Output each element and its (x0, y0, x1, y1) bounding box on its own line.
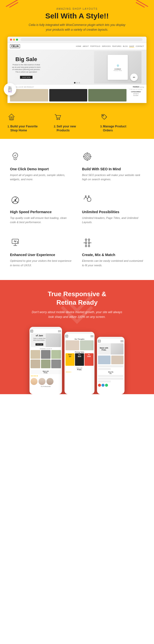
feature-1-label: Build your Favorite Shop Home (10, 125, 38, 132)
phone-content-2: C Our Thoughts Pricing Table (64, 334, 95, 374)
house-icon (8, 113, 54, 123)
phone-status-bar-2 (64, 332, 95, 334)
phone-thumb-3a (98, 356, 111, 364)
browser-nav: CELIA HOME ABOUT PORTFOLIO SERVICES FEAT… (8, 43, 146, 50)
phone-thumb-1e (41, 360, 51, 368)
phone-logo-2: C (65, 335, 68, 337)
phone-mockup-1: C of Jam Celia is a design shop where br… (30, 327, 62, 394)
svg-point-5 (13, 153, 18, 158)
feature-1-num: 1. (8, 125, 10, 128)
browser-products-section: SHOWING 1-16 OF 345 PRODUCT Default Sort… (8, 85, 146, 103)
feature-card-3-desc: Top quality code will ensure fast loadin… (10, 216, 72, 225)
cat-jackets[interactable]: JACKETS (128, 93, 144, 94)
phone-status-bar-3 (97, 337, 124, 339)
feature-2-label: Sell your new Products (57, 125, 76, 132)
feature-card-6-desc: Elements can be easily combined and cust… (82, 259, 144, 268)
type-hint: TYPE AND HIT ENTER (128, 89, 144, 90)
phone-stars-2: ★★★★☆ (65, 371, 94, 373)
product-card-3[interactable] (88, 89, 126, 102)
phone-our-prof: Our Professionals (31, 386, 61, 387)
cat-blazer[interactable]: BLAZER (128, 95, 144, 96)
phone-hamburger-2[interactable] (91, 335, 94, 337)
phone-nav-1: C (31, 330, 61, 332)
feature-card-2-title: Build With SEO In Mind (82, 167, 144, 171)
feature-card-4-title: Unlimited Possibilities (82, 210, 144, 214)
phone-price-2: Pro $29 (75, 353, 84, 366)
phone-hero-img-3 (111, 343, 123, 354)
hero-title: Sell With A Style!! (5, 12, 149, 20)
svg-point-7 (84, 153, 91, 160)
feature-2: 2. Sell your new Products (54, 113, 100, 132)
price-tag: $29 (130, 74, 138, 81)
features-row: 1. Build your Favorite Shop Home 2. Sell… (0, 108, 154, 138)
svg-point-31 (88, 242, 90, 244)
svg-point-16 (15, 200, 16, 201)
phone-mockup-2: C Our Thoughts Pricing Table (64, 332, 95, 394)
browser-sidebar: SEARCH TYPE AND HIT ENTER CATEGORIES JAC… (128, 86, 144, 96)
hero-decoration-left (5, 2, 20, 5)
menu-services[interactable]: SERVICES (102, 46, 111, 47)
phone-hero-1: of Jam Celia is a design shop where bran… (31, 333, 61, 347)
svg-point-3 (59, 119, 60, 120)
svg-point-24 (85, 239, 87, 240)
phone-product-row-3 (98, 356, 123, 364)
product-card-2[interactable] (49, 89, 88, 102)
svg-point-4 (103, 115, 104, 116)
phone-hamburger-1[interactable] (58, 330, 61, 332)
browser-dot-red (10, 39, 12, 41)
phone-content-1: C of Jam Celia is a design shop where br… (30, 329, 62, 388)
browser-dot-yellow (13, 39, 15, 41)
menu-shop[interactable]: SHOP (129, 46, 134, 47)
phone-nav-3: C (98, 340, 123, 342)
svg-rect-17 (85, 196, 86, 197)
svg-point-8 (85, 154, 90, 159)
phone-pride-2: Pride. (65, 369, 94, 370)
phone-price-1: Basic $9 (65, 353, 74, 366)
feature-card-1: One Click Demo Import Import all of page… (8, 149, 74, 184)
feature-3-label: Manage Product Orders (103, 125, 126, 132)
feature-card-3: High Speed Performance Top quality code … (8, 192, 74, 227)
phone-logo-3: C (98, 340, 101, 342)
phone-tagline-1: Made with Pride. (31, 370, 61, 374)
svg-point-33 (88, 245, 90, 247)
phone-price-3: Biz $49 (85, 353, 94, 366)
menu-features[interactable]: FEATURES (112, 46, 121, 47)
feature-card-6-title: Create, Mix & Match (82, 253, 144, 257)
feature-card-5-desc: Optimized to give your visitors the best… (10, 259, 72, 268)
mix-icon (82, 237, 144, 250)
phone-blog-img-2 (80, 340, 94, 350)
feature-card-1-title: One Click Demo Import (10, 167, 72, 171)
phone-thumb-1c (51, 350, 61, 359)
phone-text-1 (98, 365, 123, 367)
ux-icon (10, 237, 72, 250)
phone-hero-title-3: Made withPride. (100, 347, 108, 351)
browser-shirt-image: 👕 HUMBER Premium Wear $29 (94, 51, 141, 84)
browser-hero-banner: Big Sale Product is the vital essence of… (8, 50, 146, 85)
browser-address-bar (21, 38, 142, 41)
phone-swatch-1 (98, 384, 101, 387)
svg-point-2 (57, 119, 58, 120)
browser-shop-button[interactable]: SHOP NOW (20, 76, 32, 79)
phone-logo-1: C (31, 330, 33, 332)
phone-text-4 (98, 378, 123, 380)
menu-about[interactable]: ABOUT (83, 46, 89, 47)
menu-blog[interactable]: BLOG (123, 46, 127, 47)
phone-thumb-1d (31, 360, 40, 368)
feature-3: 3. Manage Product Orders (100, 113, 146, 132)
browser-hero-desc: Product is the vital essence of what we … (11, 64, 41, 73)
phone-thumb-1a (31, 350, 40, 359)
browser-hero-text: Big Sale Product is the vital essence of… (8, 52, 45, 82)
target-icon (82, 151, 144, 164)
svg-point-26 (85, 242, 87, 244)
svg-point-9 (86, 156, 88, 158)
phone-content-3: C Made withPride. (97, 339, 124, 388)
menu-contact[interactable]: CONTACT (136, 46, 144, 47)
cart-icon (54, 113, 100, 123)
menu-home[interactable]: HOME (76, 46, 81, 47)
feature-card-2: Build With SEO In Mind Best SEO practice… (80, 149, 146, 184)
phone-thumb-3b (111, 356, 124, 364)
phone-hero-btn-1[interactable]: SHOP NOW (36, 343, 43, 346)
responsive-section: True Responsive & Retina Ready Don't wor… (0, 280, 154, 394)
phone-hamburger-3[interactable] (120, 340, 123, 342)
menu-portfolio[interactable]: PORTFOLIO (90, 46, 100, 47)
